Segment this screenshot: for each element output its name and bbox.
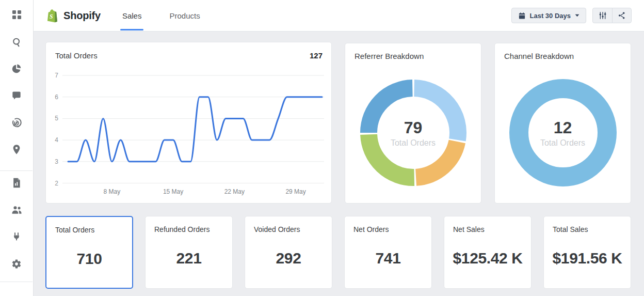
date-range-button[interactable]: Last 30 Days xyxy=(511,8,587,23)
stat-label: Net Sales xyxy=(453,225,485,233)
calendar-icon xyxy=(518,12,526,20)
sidebar-divider xyxy=(0,282,33,282)
chart-title: Total Orders xyxy=(55,51,98,60)
app-title: Shopify xyxy=(63,10,101,22)
svg-text:6: 6 xyxy=(55,94,58,101)
stat-card-net-sales[interactable]: Net Sales $125.42 K xyxy=(444,216,532,289)
stat-label: Net Orders xyxy=(353,225,389,233)
report-doc-icon[interactable] xyxy=(11,177,22,189)
svg-text:7: 7 xyxy=(55,72,58,79)
svg-text:22 May: 22 May xyxy=(224,188,245,195)
sidebar xyxy=(0,0,34,296)
stat-card-total-sales[interactable]: Total Sales $191.56 K xyxy=(543,216,631,289)
svg-text:29 May: 29 May xyxy=(285,188,305,195)
apps-grid-icon[interactable] xyxy=(11,9,22,20)
svg-text:3: 3 xyxy=(55,158,58,165)
svg-text:15 May: 15 May xyxy=(163,188,183,195)
stat-value: 710 xyxy=(46,250,132,268)
svg-text:S: S xyxy=(50,13,53,19)
referrer-breakdown-card: Referrer Breakdown 79 Total Orders xyxy=(345,43,481,204)
orders-line-chart[interactable]: 7654328 May15 May22 May29 May xyxy=(46,61,332,204)
dashboard-content: Total Orders 127 7654328 May15 May22 May… xyxy=(33,31,644,296)
channel-donut-chart[interactable] xyxy=(495,43,632,204)
chat-icon[interactable] xyxy=(11,90,22,101)
click-through-icon[interactable] xyxy=(11,117,22,128)
channel-breakdown-card: Channel Breakdown 12 Total Orders xyxy=(494,43,631,204)
svg-text:8 May: 8 May xyxy=(103,188,120,195)
sidebar-divider xyxy=(0,170,33,171)
location-pin-icon[interactable] xyxy=(11,144,22,155)
referrer-donut-chart[interactable] xyxy=(345,43,482,204)
gear-icon[interactable] xyxy=(11,258,22,270)
stat-value: 292 xyxy=(245,250,332,267)
stat-label: Voided Orders xyxy=(254,225,300,233)
stat-value: 741 xyxy=(345,250,431,267)
stat-value: $125.42 K xyxy=(444,250,531,267)
search-icon[interactable] xyxy=(11,36,22,48)
tab-products[interactable]: Products xyxy=(167,0,202,31)
stat-label: Total Sales xyxy=(553,225,588,233)
shopify-logo-icon: S xyxy=(46,9,58,23)
tab-sales[interactable]: Sales xyxy=(120,0,144,31)
date-range-label: Last 30 Days xyxy=(530,12,571,20)
pie-chart-icon[interactable] xyxy=(11,63,22,74)
stat-card-net-orders[interactable]: Net Orders 741 xyxy=(344,216,432,289)
total-orders-chart-card: Total Orders 127 7654328 May15 May22 May… xyxy=(45,42,332,204)
plug-icon[interactable] xyxy=(11,231,22,243)
stat-value: $191.56 K xyxy=(544,250,631,267)
svg-text:4: 4 xyxy=(55,136,58,144)
header: S Shopify Sales Products Last 30 Days xyxy=(33,0,644,31)
stat-card-refunded-orders[interactable]: Refunded Orders 221 xyxy=(145,216,233,289)
stat-card-total-orders[interactable]: Total Orders 710 xyxy=(45,216,133,289)
share-icon[interactable] xyxy=(612,8,632,23)
header-controls: Last 30 Days xyxy=(511,8,632,23)
stat-label: Total Orders xyxy=(55,226,94,234)
svg-text:5: 5 xyxy=(55,115,58,122)
svg-text:2: 2 xyxy=(55,180,58,187)
stat-label: Refunded Orders xyxy=(154,225,210,233)
filter-sliders-icon[interactable] xyxy=(592,8,612,23)
stat-value: 221 xyxy=(146,250,232,267)
caret-down-icon xyxy=(575,14,579,17)
users-icon[interactable] xyxy=(11,204,22,215)
header-icon-buttons xyxy=(592,8,632,23)
stat-card-voided-orders[interactable]: Voided Orders 292 xyxy=(245,216,332,289)
tab-bar: Sales Products xyxy=(120,0,202,31)
chart-total-value: 127 xyxy=(310,51,323,60)
